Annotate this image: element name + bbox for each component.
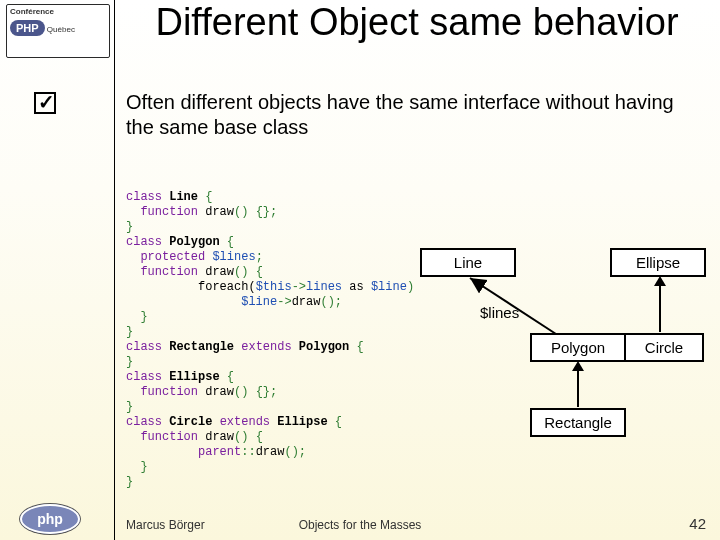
footer-center: Objects for the Masses bbox=[0, 518, 720, 532]
slide: Conférence PHP Québec Different Object s… bbox=[0, 0, 720, 540]
op: } bbox=[126, 400, 133, 414]
kw: class bbox=[126, 370, 162, 384]
kw: extends bbox=[220, 415, 270, 429]
kw: function bbox=[126, 430, 205, 444]
op: (); bbox=[284, 445, 306, 459]
checkbox-bullet-icon bbox=[34, 92, 56, 114]
op: -> bbox=[292, 280, 306, 294]
op: ) bbox=[407, 280, 414, 294]
var: lines bbox=[306, 280, 342, 294]
kw: function bbox=[126, 385, 205, 399]
fn: draw bbox=[205, 265, 234, 279]
fn: draw bbox=[205, 385, 234, 399]
vertical-rule bbox=[114, 0, 115, 540]
fn: draw bbox=[256, 445, 285, 459]
var: $line bbox=[371, 280, 407, 294]
t bbox=[126, 295, 241, 309]
kw: extends bbox=[241, 340, 291, 354]
var: $this bbox=[256, 280, 292, 294]
op: () { bbox=[234, 430, 263, 444]
op: () {}; bbox=[234, 385, 277, 399]
fn: draw bbox=[205, 430, 234, 444]
diagram-box-circle: Circle bbox=[624, 333, 704, 362]
cls: Rectangle bbox=[162, 340, 241, 354]
class-diagram: Line Ellipse Polygon Circle Rectangle $l… bbox=[420, 248, 710, 458]
op: () {}; bbox=[234, 205, 277, 219]
footer-page-number: 42 bbox=[689, 515, 706, 532]
op: { bbox=[356, 340, 363, 354]
conference-logo: Conférence PHP Québec bbox=[6, 4, 110, 58]
var: $lines bbox=[212, 250, 255, 264]
diagram-box-ellipse: Ellipse bbox=[610, 248, 706, 277]
op: { bbox=[205, 190, 212, 204]
op: } bbox=[126, 310, 148, 324]
op: -> bbox=[277, 295, 291, 309]
diagram-box-polygon: Polygon bbox=[530, 333, 626, 362]
t: as bbox=[342, 280, 371, 294]
code-block: class Line { function draw() {}; } class… bbox=[126, 190, 414, 490]
op: :: bbox=[241, 445, 255, 459]
op: { bbox=[227, 370, 234, 384]
op: } bbox=[126, 220, 133, 234]
svg-marker-4 bbox=[654, 276, 666, 286]
svg-line-0 bbox=[470, 278, 556, 334]
op: } bbox=[126, 475, 133, 489]
fn: draw bbox=[205, 205, 234, 219]
op: { bbox=[335, 415, 342, 429]
diagram-box-line: Line bbox=[420, 248, 516, 277]
t: foreach( bbox=[126, 280, 256, 294]
kw: class bbox=[126, 415, 162, 429]
cls: Circle bbox=[162, 415, 220, 429]
op: } bbox=[126, 325, 133, 339]
diagram-box-rectangle: Rectangle bbox=[530, 408, 626, 437]
op: () { bbox=[234, 265, 263, 279]
kw: parent bbox=[198, 445, 241, 459]
op: } bbox=[126, 460, 148, 474]
kw: class bbox=[126, 340, 162, 354]
slide-title: Different Object same behavior bbox=[114, 2, 720, 44]
kw: function bbox=[126, 265, 205, 279]
cls: Line bbox=[162, 190, 205, 204]
slide-subtitle: Often different objects have the same in… bbox=[126, 90, 700, 140]
op: ; bbox=[256, 250, 263, 264]
conference-logo-line2: Québec bbox=[47, 25, 75, 34]
cls: Polygon bbox=[162, 235, 227, 249]
op: { bbox=[227, 235, 234, 249]
cls: Ellipse bbox=[270, 415, 335, 429]
cls: Polygon bbox=[292, 340, 357, 354]
conference-logo-badge: PHP bbox=[10, 20, 45, 36]
arrow-polygon-to-line bbox=[460, 274, 560, 336]
conference-logo-line1: Conférence bbox=[10, 7, 106, 16]
arrow-circle-to-ellipse bbox=[650, 276, 670, 334]
kw: protected bbox=[126, 250, 212, 264]
arrow-rectangle-to-polygon bbox=[568, 361, 588, 409]
cls: Ellipse bbox=[162, 370, 227, 384]
t bbox=[126, 445, 198, 459]
svg-marker-2 bbox=[572, 361, 584, 371]
op: } bbox=[126, 355, 133, 369]
op: (); bbox=[320, 295, 342, 309]
var: $line bbox=[241, 295, 277, 309]
kw: function bbox=[126, 205, 205, 219]
fn: draw bbox=[292, 295, 321, 309]
kw: class bbox=[126, 190, 162, 204]
kw: class bbox=[126, 235, 162, 249]
